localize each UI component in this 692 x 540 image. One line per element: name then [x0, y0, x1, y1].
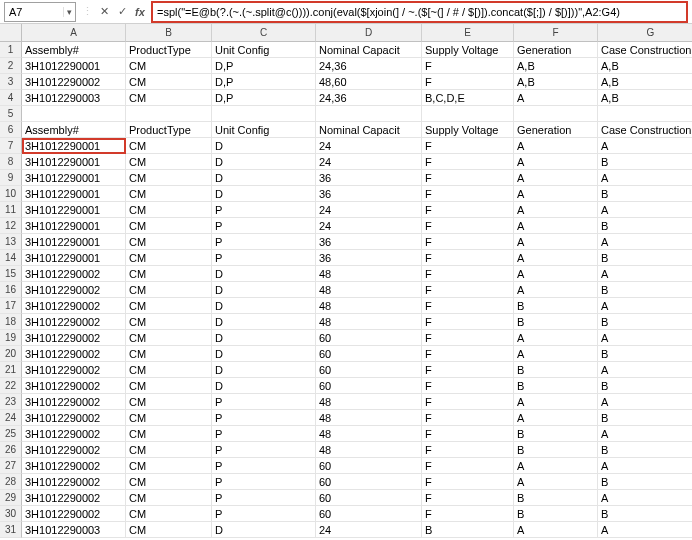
cell[interactable]: 3H1012290002: [22, 282, 126, 298]
cell[interactable]: CM: [126, 202, 212, 218]
row-header[interactable]: 13: [0, 234, 22, 250]
cell[interactable]: F: [422, 234, 514, 250]
cell[interactable]: 48: [316, 442, 422, 458]
cell[interactable]: D: [212, 378, 316, 394]
cell[interactable]: CM: [126, 138, 212, 154]
cell[interactable]: B: [598, 282, 692, 298]
cell[interactable]: 48: [316, 298, 422, 314]
cell[interactable]: 3H1012290001: [22, 234, 126, 250]
cell[interactable]: CM: [126, 474, 212, 490]
cell[interactable]: F: [422, 202, 514, 218]
cell[interactable]: D: [212, 362, 316, 378]
cell[interactable]: Supply Voltage: [422, 122, 514, 138]
cell[interactable]: F: [422, 154, 514, 170]
cell[interactable]: D: [212, 282, 316, 298]
column-header[interactable]: C: [212, 24, 316, 42]
cell[interactable]: CM: [126, 458, 212, 474]
cell[interactable]: B: [514, 490, 598, 506]
cell[interactable]: CM: [126, 58, 212, 74]
cell[interactable]: D: [212, 314, 316, 330]
cell[interactable]: A: [514, 234, 598, 250]
cell[interactable]: B: [514, 426, 598, 442]
cell[interactable]: 36: [316, 234, 422, 250]
cell[interactable]: 3H1012290001: [22, 250, 126, 266]
cell[interactable]: CM: [126, 218, 212, 234]
name-box-input[interactable]: [5, 6, 63, 18]
cell[interactable]: A: [598, 426, 692, 442]
cell[interactable]: A: [514, 410, 598, 426]
cell[interactable]: CM: [126, 298, 212, 314]
row-header[interactable]: 2: [0, 58, 22, 74]
row-header[interactable]: 24: [0, 410, 22, 426]
column-header[interactable]: D: [316, 24, 422, 42]
cell[interactable]: B: [598, 442, 692, 458]
cell[interactable]: 3H1012290001: [22, 154, 126, 170]
cell[interactable]: CM: [126, 282, 212, 298]
cell[interactable]: D: [212, 170, 316, 186]
cell[interactable]: P: [212, 234, 316, 250]
cell[interactable]: A: [598, 138, 692, 154]
cell[interactable]: CM: [126, 362, 212, 378]
cell[interactable]: Supply Voltage: [422, 42, 514, 58]
cell[interactable]: 24,36: [316, 90, 422, 106]
cell[interactable]: F: [422, 346, 514, 362]
cell[interactable]: A,B: [598, 74, 692, 90]
cell[interactable]: F: [422, 474, 514, 490]
cell[interactable]: 60: [316, 346, 422, 362]
column-header[interactable]: E: [422, 24, 514, 42]
cell[interactable]: Generation: [514, 42, 598, 58]
cell[interactable]: 3H1012290002: [22, 410, 126, 426]
row-header[interactable]: 25: [0, 426, 22, 442]
cell[interactable]: CM: [126, 186, 212, 202]
cell[interactable]: D,P: [212, 74, 316, 90]
cell[interactable]: [598, 106, 692, 122]
cell[interactable]: D: [212, 138, 316, 154]
cell[interactable]: CM: [126, 330, 212, 346]
cell[interactable]: A,B: [598, 58, 692, 74]
cell[interactable]: B: [598, 346, 692, 362]
cell[interactable]: A,B: [514, 74, 598, 90]
cell[interactable]: CM: [126, 394, 212, 410]
row-header[interactable]: 22: [0, 378, 22, 394]
cell[interactable]: A: [598, 490, 692, 506]
cell[interactable]: B: [598, 314, 692, 330]
cell[interactable]: CM: [126, 250, 212, 266]
cell[interactable]: P: [212, 394, 316, 410]
cell[interactable]: Assembly#: [22, 122, 126, 138]
cell[interactable]: A: [514, 154, 598, 170]
cell[interactable]: A: [598, 458, 692, 474]
cell[interactable]: Case Construction: [598, 122, 692, 138]
row-header[interactable]: 5: [0, 106, 22, 122]
cell[interactable]: 3H1012290002: [22, 474, 126, 490]
enter-icon[interactable]: ✓: [113, 5, 131, 18]
row-header[interactable]: 4: [0, 90, 22, 106]
cell[interactable]: ProductType: [126, 122, 212, 138]
cell[interactable]: A: [598, 362, 692, 378]
cell[interactable]: F: [422, 426, 514, 442]
cell[interactable]: 3H1012290002: [22, 394, 126, 410]
cell[interactable]: CM: [126, 170, 212, 186]
row-header[interactable]: 27: [0, 458, 22, 474]
cell[interactable]: P: [212, 458, 316, 474]
cell[interactable]: F: [422, 506, 514, 522]
cell[interactable]: A: [514, 250, 598, 266]
cell[interactable]: CM: [126, 442, 212, 458]
row-header[interactable]: 19: [0, 330, 22, 346]
cell[interactable]: F: [422, 58, 514, 74]
row-header[interactable]: 7: [0, 138, 22, 154]
cell[interactable]: 3H1012290002: [22, 314, 126, 330]
cell[interactable]: F: [422, 186, 514, 202]
column-header[interactable]: G: [598, 24, 692, 42]
cell[interactable]: F: [422, 394, 514, 410]
cell[interactable]: B: [514, 442, 598, 458]
cell[interactable]: 48: [316, 314, 422, 330]
cell[interactable]: A: [514, 202, 598, 218]
cell[interactable]: 3H1012290002: [22, 298, 126, 314]
cell[interactable]: D,P: [212, 90, 316, 106]
cell[interactable]: F: [422, 490, 514, 506]
cell[interactable]: F: [422, 442, 514, 458]
cell[interactable]: A: [514, 522, 598, 538]
cell[interactable]: F: [422, 282, 514, 298]
row-header[interactable]: 17: [0, 298, 22, 314]
row-header[interactable]: 12: [0, 218, 22, 234]
